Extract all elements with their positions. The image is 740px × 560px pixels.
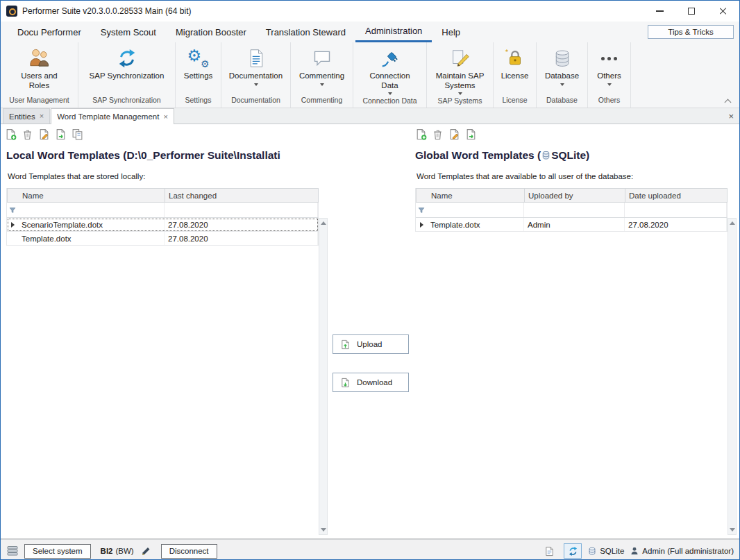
- add-file-icon: [415, 128, 427, 140]
- local-templates-title: Local Word Templates (D:\0_Performer Sui…: [6, 149, 320, 162]
- cell-name: Template.dotx: [427, 218, 524, 231]
- menu-tab-system-scout[interactable]: System Scout: [91, 22, 166, 42]
- ribbon-group-label: SAP Synchronization: [78, 94, 175, 108]
- rename-template-button[interactable]: [447, 127, 461, 141]
- tab-label: Entities: [9, 112, 35, 121]
- database-button[interactable]: Database: [537, 42, 587, 94]
- cell-uploaded-by: Admin: [524, 218, 625, 231]
- local-templates-table: Name Last changed ScenarioTemplate.dotx …: [6, 188, 319, 246]
- row-selector-header: [417, 189, 428, 202]
- menu-tab-migration-booster[interactable]: Migration Booster: [166, 22, 256, 42]
- column-header-last-changed[interactable]: Last changed: [165, 189, 318, 202]
- scroll-up-icon[interactable]: [321, 221, 326, 225]
- ribbon-item-label: Documentation: [229, 71, 283, 81]
- connection-data-button[interactable]: Connection Data: [353, 42, 426, 95]
- table-row[interactable]: Template.dotx Admin 27.08.2020: [416, 218, 728, 232]
- user-label: Admin (Full administrator): [642, 547, 734, 555]
- column-header-name[interactable]: Name: [19, 189, 165, 202]
- filter-cell-date-uploaded[interactable]: [625, 203, 727, 217]
- close-button[interactable]: [707, 1, 739, 22]
- ribbon-item-label: Commenting: [299, 71, 344, 81]
- scroll-down-icon[interactable]: [321, 528, 326, 532]
- filter-cell-name[interactable]: [18, 203, 165, 217]
- add-file-icon: [5, 128, 17, 140]
- minimize-icon: [656, 10, 664, 12]
- column-header-date-uploaded[interactable]: Date uploaded: [625, 189, 727, 202]
- chevron-down-icon: [607, 83, 612, 86]
- tab-entities[interactable]: Entities ×: [3, 108, 50, 124]
- tips-tricks-button[interactable]: Tips & Tricks: [648, 25, 734, 39]
- collapse-ribbon-button[interactable]: [724, 98, 732, 105]
- maintain-sap-systems-button[interactable]: Maintain SAP Systems: [427, 42, 493, 95]
- close-document-button[interactable]: ×: [728, 108, 734, 124]
- rename-template-button[interactable]: [37, 127, 51, 141]
- maximize-icon: [688, 8, 695, 15]
- menu-tab-docu-performer[interactable]: Docu Performer: [8, 22, 91, 42]
- global-title-prefix: Global Word Templates (: [415, 149, 541, 161]
- refresh-button[interactable]: [564, 543, 582, 559]
- ribbon-item-label: Others: [597, 71, 621, 81]
- delete-template-button[interactable]: [20, 127, 34, 141]
- ribbon-group-database: Database Database: [537, 42, 588, 108]
- documentation-button[interactable]: Documentation: [221, 42, 290, 94]
- upload-label: Upload: [357, 340, 382, 348]
- column-header-uploaded-by[interactable]: Uploaded by: [525, 189, 625, 202]
- table-row[interactable]: Template.dotx 27.08.2020: [7, 232, 319, 246]
- column-header-name[interactable]: Name: [428, 189, 525, 202]
- edit-template-button[interactable]: [464, 127, 478, 141]
- delete-template-button[interactable]: [430, 127, 444, 141]
- copy-template-button[interactable]: [70, 127, 84, 141]
- sap-synchronization-button[interactable]: SAP Synchronization: [78, 42, 175, 94]
- maximize-button[interactable]: [675, 1, 707, 22]
- ribbon-item-label: Users and Roles: [15, 71, 65, 90]
- user-status: Admin (Full administrator): [630, 546, 734, 556]
- current-row-indicator: [7, 218, 18, 231]
- settings-button[interactable]: ⚙⚙ Settings: [176, 42, 221, 94]
- ribbon-group-user-management: Users and Roles User Management: [1, 42, 78, 108]
- close-tab-icon[interactable]: ×: [40, 112, 44, 120]
- commenting-button[interactable]: Commenting: [291, 42, 353, 94]
- users-icon: [28, 46, 51, 70]
- filter-row: [416, 203, 728, 218]
- status-bar-right: SQLite Admin (Full administrator): [540, 543, 734, 559]
- filter-icon: [7, 203, 18, 217]
- scroll-up-icon[interactable]: [730, 221, 735, 225]
- edit-template-button[interactable]: [53, 127, 67, 141]
- menu-tab-translation-steward[interactable]: Translation Steward: [256, 22, 355, 42]
- local-table-scrollbar[interactable]: [319, 218, 328, 535]
- local-templates-toolbar: [3, 127, 84, 141]
- table-row[interactable]: ScenarioTemplate.dotx 27.08.2020: [7, 218, 319, 232]
- filter-cell-last-changed[interactable]: [165, 203, 318, 217]
- tab-word-template-management[interactable]: Word Template Management ×: [51, 108, 174, 124]
- ribbon-group-label: Others: [588, 94, 630, 108]
- chevron-down-icon: [560, 83, 564, 86]
- ribbon-group-commenting: Commenting Commenting: [291, 42, 353, 108]
- minimize-button[interactable]: [644, 1, 675, 22]
- disconnect-button[interactable]: Disconnect: [161, 544, 217, 559]
- menu-tab-administration[interactable]: Administration: [355, 22, 432, 42]
- filter-cell-uploaded-by[interactable]: [524, 203, 625, 217]
- filter-row: [7, 203, 319, 218]
- ribbon-item-label: Connection Data: [364, 71, 416, 90]
- global-title-suffix: SQLite): [551, 149, 589, 161]
- global-table-scrollbar[interactable]: [728, 218, 737, 535]
- row-selector: [7, 232, 18, 245]
- rename-icon: [448, 128, 460, 140]
- others-button[interactable]: Others: [588, 42, 630, 94]
- close-tab-icon[interactable]: ×: [163, 113, 167, 121]
- download-button[interactable]: Download: [333, 373, 409, 392]
- select-system-button[interactable]: Select system: [24, 544, 91, 559]
- license-button[interactable]: * License: [494, 42, 536, 94]
- filter-cell-name[interactable]: [427, 203, 524, 217]
- global-templates-toolbar: [414, 127, 478, 141]
- report-button[interactable]: [540, 543, 558, 559]
- users-and-roles-button[interactable]: Users and Roles: [1, 42, 78, 94]
- scroll-down-icon[interactable]: [730, 528, 735, 532]
- add-template-button[interactable]: [414, 127, 428, 141]
- table-header-row: Name Uploaded by Date uploaded: [416, 188, 728, 203]
- menu-tab-help[interactable]: Help: [432, 22, 470, 42]
- comment-bubble-icon: [312, 46, 333, 70]
- upload-button[interactable]: Upload: [333, 334, 409, 354]
- global-templates-title: Global Word Templates (SQLite): [415, 149, 731, 163]
- add-template-button[interactable]: [3, 127, 17, 141]
